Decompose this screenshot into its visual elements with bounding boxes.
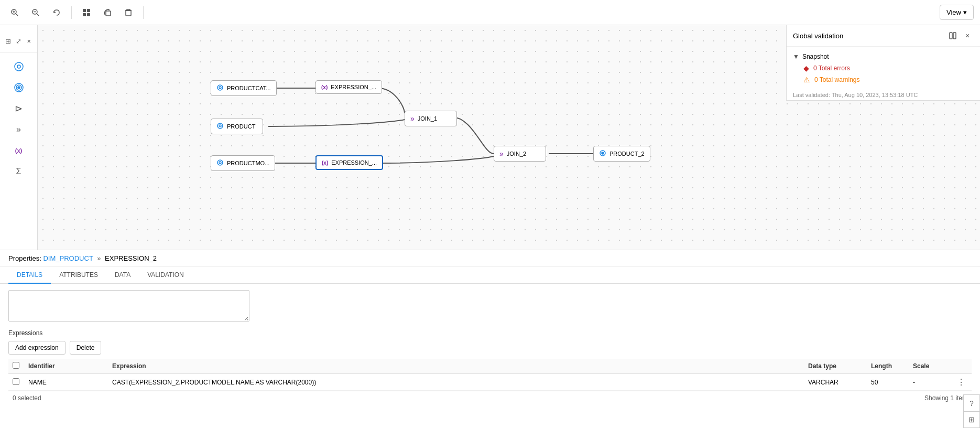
- node-productcat[interactable]: PRODUCTCAT...: [211, 80, 277, 96]
- tab-data[interactable]: DATA: [106, 267, 139, 284]
- row-length: 50: [867, 374, 909, 391]
- row-scale: -: [909, 374, 951, 391]
- target-tool-button[interactable]: [9, 78, 28, 97]
- warning-icon: ⚠: [803, 76, 810, 84]
- expression-tool-button[interactable]: (x): [9, 141, 28, 160]
- validation-panel-close-button[interactable]: ×: [961, 29, 974, 42]
- node-productmo-label: PRODUCTMO...: [227, 160, 269, 166]
- toolbar-separator-1: [71, 6, 72, 19]
- expression-textarea[interactable]: [8, 290, 249, 322]
- node-expr2-icon: (x): [322, 160, 328, 166]
- properties-title-link[interactable]: DIM_PRODUCT: [43, 254, 93, 262]
- delete-expression-button[interactable]: Delete: [70, 341, 102, 355]
- select-all-checkbox[interactable]: [13, 362, 19, 369]
- row-datatype: VARCHAR: [804, 374, 867, 391]
- node-product2[interactable]: PRODUCT_2: [593, 146, 650, 162]
- node-expression1-label: EXPRESSION_...: [331, 84, 376, 90]
- selected-count: 0 selected: [13, 394, 41, 402]
- tab-validation[interactable]: VALIDATION: [139, 267, 192, 284]
- svg-point-20: [217, 123, 223, 129]
- th-scale: Scale: [909, 359, 951, 374]
- validation-timestamp: Last validated: Thu, Aug 10, 2023, 13:53…: [787, 90, 980, 100]
- zoom-out-button[interactable]: [27, 4, 44, 21]
- svg-point-25: [602, 152, 604, 154]
- th-checkbox: [8, 359, 24, 374]
- delete-button[interactable]: [120, 4, 137, 21]
- validation-panel-header: Global validation ×: [787, 25, 980, 47]
- svg-point-13: [15, 62, 23, 71]
- node-productcat-label: PRODUCTCAT...: [227, 85, 271, 91]
- node-productmo-icon: [216, 159, 224, 167]
- validation-panel-title: Global validation: [793, 32, 843, 40]
- undo-button[interactable]: [48, 4, 65, 21]
- copy-button[interactable]: [99, 4, 116, 21]
- warnings-metric: ⚠ 0 Total warnings: [793, 74, 974, 85]
- right-float-panel: ? ⊞: [963, 394, 980, 428]
- node-join2-icon: »: [499, 149, 504, 158]
- validation-panel: Global validation × ▼ Snapshot ◆: [786, 25, 980, 101]
- svg-rect-7: [83, 9, 86, 12]
- top-toolbar: View ▾: [0, 0, 980, 25]
- node-expression2[interactable]: (x) EXPRESSION_...: [315, 155, 383, 170]
- left-panel-header: ⊞ ⤢ ×: [0, 29, 37, 53]
- showing-count: Showing 1 item: [924, 394, 967, 402]
- svg-rect-11: [106, 11, 111, 16]
- row-menu-button[interactable]: ⋮: [955, 377, 967, 387]
- svg-line-5: [37, 14, 39, 16]
- th-actions: [951, 359, 972, 374]
- grid-view-button[interactable]: [78, 4, 95, 21]
- svg-line-1: [16, 14, 18, 16]
- errors-metric: ◆ 0 Total errors: [793, 62, 974, 74]
- svg-point-23: [219, 162, 221, 164]
- validation-panel-split-button[interactable]: [946, 29, 959, 42]
- validation-header-icons: ×: [946, 29, 974, 42]
- aggregate-tool-button[interactable]: Σ: [9, 162, 28, 181]
- zoom-in-button[interactable]: [6, 4, 23, 21]
- table-body: NAME CAST(EXPRESSION_2.PRODUCTMODEL.NAME…: [8, 374, 972, 391]
- th-length: Length: [867, 359, 909, 374]
- panel-close-icon-button[interactable]: ×: [25, 31, 33, 50]
- th-datatype: Data type: [804, 359, 867, 374]
- snapshot-tree-item[interactable]: ▼ Snapshot: [793, 51, 974, 62]
- svg-point-14: [17, 65, 20, 68]
- row-expression: CAST(EXPRESSION_2.PRODUCTMODEL.NAME AS V…: [108, 374, 804, 391]
- node-expr1-icon: (x): [321, 84, 328, 90]
- join-tool-button[interactable]: »: [9, 120, 28, 139]
- panel-expand-icon-button[interactable]: ⤢: [15, 31, 23, 50]
- errors-label: 0 Total errors: [813, 65, 850, 72]
- node-product2-icon: [599, 149, 606, 158]
- view-dropdown-button[interactable]: View ▾: [940, 5, 974, 20]
- tab-attributes[interactable]: ATTRIBUTES: [51, 267, 106, 284]
- svg-point-18: [217, 85, 223, 90]
- row-checkbox[interactable]: [13, 378, 19, 385]
- node-join1[interactable]: » JOIN_1: [405, 111, 457, 126]
- filter-tool-button[interactable]: ⊳: [9, 99, 28, 118]
- node-expression1[interactable]: (x) EXPRESSION_...: [315, 80, 382, 94]
- float-help-button[interactable]: ?: [963, 394, 980, 411]
- table-row: NAME CAST(EXPRESSION_2.PRODUCTMODEL.NAME…: [8, 374, 972, 391]
- float-grid-button[interactable]: ⊞: [963, 411, 980, 428]
- view-chevron-icon: ▾: [963, 8, 967, 16]
- node-join2[interactable]: » JOIN_2: [494, 146, 546, 162]
- table-container: Identifier Expression Data type Length S…: [8, 359, 972, 405]
- snapshot-arrow-icon: ▼: [793, 53, 799, 60]
- row-checkbox-cell: [8, 374, 24, 391]
- svg-point-19: [219, 87, 221, 89]
- add-expression-button[interactable]: Add expression: [8, 341, 66, 355]
- svg-rect-12: [126, 10, 131, 16]
- table-footer: 0 selected Showing 1 item: [8, 391, 972, 405]
- svg-rect-10: [87, 13, 90, 16]
- properties-header: Properties: DIM_PRODUCT » EXPRESSION_2: [0, 250, 980, 267]
- node-product[interactable]: PRODUCT: [211, 119, 263, 134]
- panel-grid-icon-button[interactable]: ⊞: [4, 31, 13, 50]
- tab-details[interactable]: DETAILS: [8, 267, 51, 284]
- view-label: View: [946, 8, 961, 16]
- svg-point-22: [217, 160, 223, 165]
- source-tool-button[interactable]: [9, 57, 28, 76]
- main-container: ⊞ ⤢ × ⊳ » (x): [0, 25, 980, 428]
- svg-rect-27: [953, 33, 956, 39]
- svg-rect-8: [87, 9, 90, 12]
- node-join1-label: JOIN_1: [418, 115, 437, 122]
- node-productmo[interactable]: PRODUCTMO...: [211, 155, 275, 171]
- node-product2-label: PRODUCT_2: [609, 151, 645, 157]
